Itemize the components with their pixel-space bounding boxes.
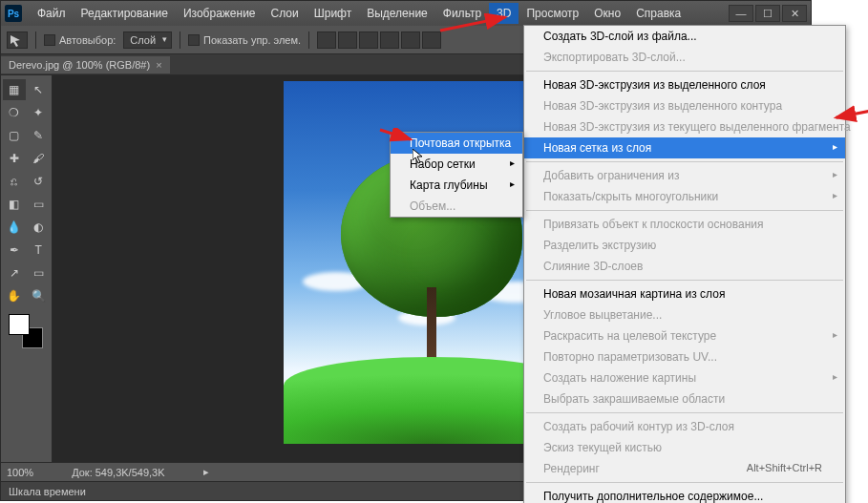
brush-tool[interactable]: 🖌	[28, 148, 51, 169]
menu-item[interactable]: Получить дополнительное содержимое...	[524, 486, 845, 503]
gradient-tool[interactable]: ▭	[28, 194, 51, 215]
menu-item: Добавить ограничения из	[524, 165, 845, 186]
shortcut-label: Alt+Shift+Ctrl+R	[747, 462, 822, 473]
divider	[308, 31, 309, 49]
toolbox: ▦↖ ❍✦ ▢✎ ✚🖌 ⎌↺ ◧▭ 💧◐ ✒T ↗▭ ✋🔍	[1, 75, 53, 462]
menu-item: Разделить экструзию	[524, 235, 845, 256]
submenu-item: Объем...	[391, 196, 522, 217]
menu-file[interactable]: Файл	[30, 3, 74, 24]
align-btn[interactable]	[317, 31, 336, 49]
menu-item: Раскрасить на целевой текстуре	[524, 325, 845, 346]
dodge-tool[interactable]: ◐	[28, 217, 51, 238]
pen-tool[interactable]: ✒	[3, 240, 26, 261]
checkbox-icon	[44, 34, 55, 46]
maximize-button[interactable]: ☐	[755, 5, 780, 22]
menu-item: Показать/скрыть многоугольники	[524, 186, 845, 207]
autoselect-checkbox[interactable]: Автовыбор:	[44, 34, 116, 46]
doc-info: Док: 549,3K/549,3K	[72, 467, 164, 478]
move-tool-icon[interactable]	[7, 31, 28, 49]
heal-tool[interactable]: ✚	[3, 148, 26, 169]
menu-item: Слияние 3D-слоев	[524, 256, 845, 277]
menu-select[interactable]: Выделение	[359, 3, 435, 24]
menu-item: Выбрать закрашиваемые области	[524, 388, 845, 409]
menu-3d[interactable]: 3D	[489, 3, 519, 24]
menu-separator	[526, 280, 843, 281]
menu-item[interactable]: Новая мозаичная картина из слоя	[524, 283, 845, 304]
menu-image[interactable]: Изображение	[176, 3, 264, 24]
menu-view[interactable]: Просмотр	[519, 3, 586, 24]
type-tool[interactable]: T	[28, 240, 51, 261]
menu-separator	[526, 210, 843, 211]
menu-item: Экспортировать 3D-слой...	[524, 47, 845, 68]
submenu-item[interactable]: Набор сетки	[391, 154, 522, 175]
shape-tool[interactable]: ▭	[28, 262, 51, 283]
tree-trunk	[427, 287, 436, 364]
menu-edit[interactable]: Редактирование	[74, 3, 176, 24]
submenu-item[interactable]: Почтовая открытка	[391, 133, 522, 154]
menu-filter[interactable]: Фильтр	[435, 3, 489, 24]
menu-separator	[526, 71, 843, 72]
stamp-tool[interactable]: ⎌	[3, 171, 26, 192]
blur-tool[interactable]: 💧	[3, 217, 26, 238]
document-tab[interactable]: Derevo.jpg @ 100% (RGB/8#) ×	[1, 56, 170, 73]
menu-item: Угловое выцветание...	[524, 304, 845, 325]
menu-item: РендерингAlt+Shift+Ctrl+R	[524, 458, 845, 479]
menu-separator	[526, 412, 843, 413]
marquee-tool[interactable]: ▦	[3, 79, 26, 100]
color-swatches[interactable]	[9, 314, 43, 348]
align-btn[interactable]	[422, 31, 441, 49]
menu-help[interactable]: Справка	[628, 3, 688, 24]
menu-item[interactable]: Новая сетка из слоя	[524, 137, 845, 158]
show-controls-checkbox[interactable]: Показать упр. элем.	[188, 34, 301, 46]
menu-layers[interactable]: Слои	[264, 3, 307, 24]
status-arrow-icon[interactable]: ▸	[203, 466, 209, 478]
autoselect-mode-select[interactable]: Слой	[123, 31, 172, 49]
autoselect-label: Автовыбор:	[59, 34, 116, 46]
menu-separator	[526, 482, 843, 483]
divider	[180, 31, 180, 49]
menu-item: Новая 3D-экструзия из выделенного контур…	[524, 95, 845, 116]
align-btn[interactable]	[359, 31, 378, 49]
history-brush-tool[interactable]: ↺	[28, 171, 51, 192]
checkbox-icon	[188, 34, 200, 46]
menu-separator	[526, 161, 843, 162]
align-btn[interactable]	[338, 31, 357, 49]
menu-window[interactable]: Окно	[586, 3, 628, 24]
ps-logo: Ps	[5, 5, 22, 22]
submenu-new-mesh: Почтовая открыткаНабор сеткиКарта глубин…	[390, 132, 523, 218]
document-title: Derevo.jpg @ 100% (RGB/8#)	[9, 59, 150, 71]
menu-item: Новая 3D-экструзия из текущего выделенно…	[524, 116, 845, 137]
menu-item: Привязать объект к плоскости основания	[524, 214, 845, 235]
menu-item[interactable]: Новая 3D-экструзия из выделенного слоя	[524, 74, 845, 95]
zoom-tool[interactable]: 🔍	[28, 285, 51, 306]
align-btn[interactable]	[380, 31, 399, 49]
minimize-button[interactable]: —	[729, 5, 753, 22]
lasso-tool[interactable]: ❍	[3, 102, 26, 123]
titlebar: Ps Файл Редактирование Изображение Слои …	[1, 1, 811, 26]
show-controls-label: Показать упр. элем.	[203, 34, 301, 46]
menu-item: Эскиз текущей кистью	[524, 437, 845, 458]
menu-bar: Файл Редактирование Изображение Слои Шри…	[30, 3, 688, 24]
hand-tool[interactable]: ✋	[3, 285, 26, 306]
foreground-swatch[interactable]	[9, 314, 30, 335]
menu-type[interactable]: Шрифт	[307, 3, 359, 24]
align-buttons	[317, 31, 441, 49]
menu-item[interactable]: Создать 3D-слой из файла...	[524, 26, 845, 47]
eyedropper-tool[interactable]: ✎	[28, 125, 51, 146]
close-button[interactable]: ✕	[782, 5, 807, 22]
menu-item: Создать наложение картины	[524, 367, 845, 388]
path-tool[interactable]: ↗	[3, 262, 26, 283]
eraser-tool[interactable]: ◧	[3, 194, 26, 215]
divider	[35, 31, 36, 49]
crop-tool[interactable]: ▢	[3, 125, 26, 146]
menu-item: Повторно параметризовать UV...	[524, 346, 845, 367]
dropdown-3d: Создать 3D-слой из файла...Экспортироват…	[523, 25, 846, 503]
menu-item: Создать рабочий контур из 3D-слоя	[524, 416, 845, 437]
zoom-level[interactable]: 100%	[7, 467, 33, 478]
move-tool[interactable]: ↖	[28, 79, 51, 100]
submenu-item[interactable]: Карта глубины	[391, 175, 522, 196]
timeline-label: Шкала времени	[9, 486, 86, 497]
align-btn[interactable]	[401, 31, 420, 49]
close-icon[interactable]: ×	[156, 59, 161, 71]
wand-tool[interactable]: ✦	[28, 102, 51, 123]
